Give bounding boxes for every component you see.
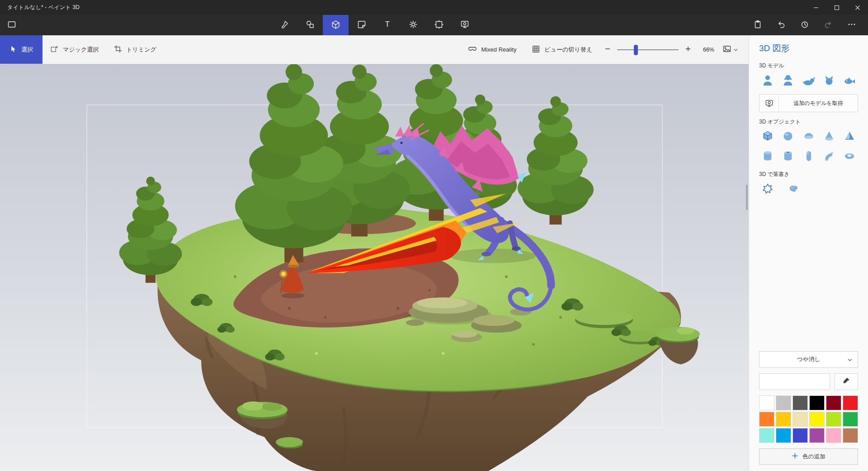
panel-title: 3D 図形	[759, 43, 858, 54]
color-swatch[interactable]	[826, 412, 841, 427]
object-pyramid-button[interactable]	[841, 128, 858, 145]
undo-button[interactable]	[769, 15, 793, 35]
plus-icon	[792, 452, 798, 461]
grid-icon	[532, 45, 540, 55]
redo-button[interactable]	[816, 15, 840, 35]
cursor-icon	[9, 45, 17, 54]
color-swatch[interactable]	[826, 395, 841, 410]
object-hemisphere-button[interactable]	[800, 128, 817, 145]
crop-button[interactable]: トリミング	[106, 35, 164, 64]
get-more-models-label: 追加のモデルを取得	[779, 95, 858, 112]
object-sphere-button[interactable]	[779, 128, 797, 145]
fish-icon	[843, 74, 856, 88]
zoom-out-button[interactable]	[600, 35, 615, 64]
model-woman-button[interactable]	[779, 72, 797, 89]
current-color-swatch[interactable]	[759, 373, 830, 390]
tool-stickers[interactable]	[349, 15, 374, 35]
window-title: タイトルなし* - ペイント 3D	[0, 4, 80, 11]
ribbon: 選択 マジック選択 トリミング Mixed Reality	[0, 35, 749, 64]
ellipsis-icon	[847, 20, 856, 30]
magic-select-button[interactable]: マジック選択	[42, 35, 106, 64]
cat-icon	[822, 74, 836, 88]
object-torus-button[interactable]	[841, 148, 858, 165]
paste-button[interactable]	[746, 15, 769, 35]
color-swatch[interactable]	[843, 412, 858, 427]
model-man-button[interactable]	[759, 72, 776, 89]
color-swatch[interactable]	[776, 412, 791, 427]
redo-icon	[824, 20, 833, 30]
fit-to-window-button[interactable]	[721, 35, 740, 64]
color-swatch[interactable]	[809, 412, 825, 427]
tool-group: T	[271, 15, 477, 35]
minus-icon	[604, 45, 611, 54]
close-button[interactable]	[847, 0, 868, 15]
torus-icon	[843, 150, 856, 164]
maximize-button[interactable]	[826, 0, 847, 15]
history-button[interactable]	[793, 15, 816, 35]
tool-brushes[interactable]	[271, 15, 297, 35]
color-swatch[interactable]	[843, 428, 858, 443]
object-capsule-button[interactable]	[800, 148, 817, 165]
text-icon: T	[383, 20, 392, 30]
more-button[interactable]	[840, 15, 863, 35]
color-swatch[interactable]	[759, 428, 774, 443]
canvas-scrollbar[interactable]	[746, 185, 748, 210]
crop-label: トリミング	[126, 46, 156, 54]
cube-icon	[761, 130, 774, 144]
object-cube-button[interactable]	[759, 128, 776, 145]
color-swatch[interactable]	[759, 412, 774, 427]
history-clock-icon	[800, 20, 809, 30]
tool-3d-library[interactable]	[452, 15, 477, 35]
add-color-button[interactable]: 色の追加	[759, 448, 858, 465]
eyedropper-button[interactable]	[835, 373, 858, 390]
2d-shapes-icon	[306, 20, 315, 30]
tool-text[interactable]: T	[374, 15, 400, 35]
color-swatch[interactable]	[793, 412, 808, 427]
model-fish-button[interactable]	[841, 72, 858, 89]
chevron-down-icon	[848, 357, 852, 363]
color-swatch[interactable]	[759, 395, 774, 410]
color-swatch[interactable]	[776, 395, 791, 410]
tool-2d-shapes[interactable]	[297, 15, 323, 35]
3d-library-icon	[460, 20, 469, 30]
plus-icon	[685, 45, 691, 54]
color-swatch[interactable]	[793, 428, 808, 443]
tool-canvas[interactable]	[426, 15, 452, 35]
dog-icon	[802, 74, 816, 88]
color-swatch[interactable]	[809, 428, 825, 443]
model-dog-button[interactable]	[800, 72, 817, 89]
zoom-slider-thumb[interactable]	[634, 45, 638, 55]
object-curve-button[interactable]	[821, 148, 838, 165]
object-cone-button[interactable]	[821, 128, 838, 145]
tool-3d-shapes[interactable]	[323, 15, 349, 35]
doodle-sharp-button[interactable]	[759, 181, 776, 197]
color-palette	[759, 395, 858, 443]
model-cat-button[interactable]	[821, 72, 838, 89]
canvas-frame-icon	[434, 20, 443, 30]
top-toolbar: T	[0, 15, 868, 35]
color-swatch[interactable]	[776, 428, 791, 443]
mixed-reality-goggles-icon	[468, 44, 477, 55]
color-swatch[interactable]	[843, 395, 858, 410]
cylinder-icon	[761, 150, 774, 164]
sphere-icon	[782, 130, 794, 144]
color-swatch[interactable]	[793, 395, 808, 410]
zoom-slider[interactable]	[617, 35, 679, 64]
object-cylinder-button[interactable]	[759, 148, 776, 165]
mixed-reality-button[interactable]: Mixed Reality	[460, 35, 524, 64]
get-more-models-button[interactable]: 追加のモデルを取得	[759, 94, 858, 112]
color-swatch[interactable]	[826, 428, 841, 443]
object-tube-button[interactable]	[779, 148, 797, 165]
finish-dropdown[interactable]: つや消し	[759, 351, 858, 368]
view-toggle-button[interactable]: ビューの切り替え	[524, 35, 600, 64]
select-button[interactable]: 選択	[0, 35, 42, 64]
color-swatch[interactable]	[809, 395, 825, 410]
tool-effects[interactable]	[400, 15, 426, 35]
minimize-button[interactable]	[806, 0, 826, 15]
crop-icon	[114, 45, 122, 54]
zoom-in-button[interactable]	[680, 35, 696, 64]
menu-button[interactable]	[0, 15, 24, 35]
doodle-soft-button[interactable]	[785, 181, 802, 197]
object-icons-row-2	[759, 148, 858, 165]
canvas-3d-viewport[interactable]	[0, 64, 749, 471]
